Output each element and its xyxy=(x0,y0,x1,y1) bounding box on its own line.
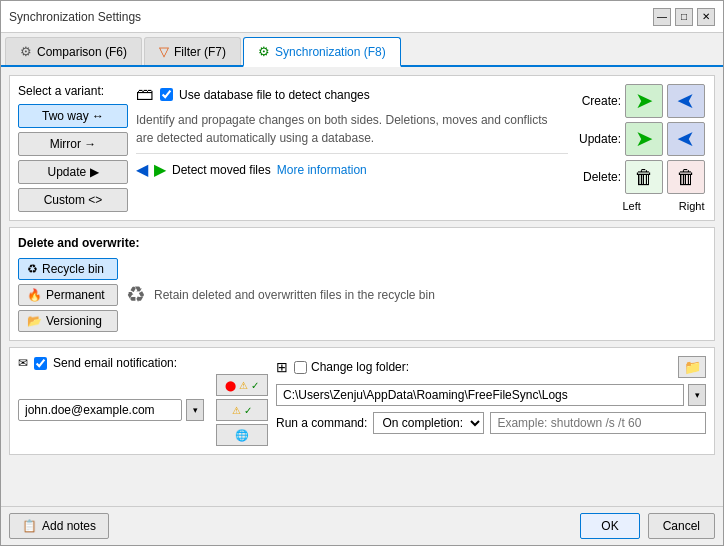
footer-buttons: OK Cancel xyxy=(580,513,715,539)
right-section: ⊞ Change log folder: 📁 ▾ Run a command: xyxy=(276,356,706,446)
versioning-label: Versioning xyxy=(46,314,102,328)
delete-right-trash-icon: 🗑 xyxy=(676,166,696,189)
folder-icon: 📁 xyxy=(684,359,701,375)
notes-icon: 📋 xyxy=(22,519,37,533)
log-checkbox-label: Change log folder: xyxy=(294,360,409,374)
globe-icon: 🌐 xyxy=(235,429,249,442)
detect-moved-label: Detect moved files xyxy=(172,163,271,177)
create-row: Create: ➤ ➤ xyxy=(576,84,706,118)
create-label: Create: xyxy=(576,94,621,108)
right-label: Right xyxy=(679,200,705,212)
create-right-arrow-icon: ➤ xyxy=(635,88,653,114)
minimize-button[interactable]: — xyxy=(653,8,671,26)
command-row: Run a command: On completion: xyxy=(276,412,706,434)
gear-icon: ⚙ xyxy=(20,44,32,59)
window-title: Synchronization Settings xyxy=(9,10,141,24)
log-grid-icon: ⊞ xyxy=(276,359,288,375)
log-row: ⊞ Change log folder: 📁 xyxy=(276,356,706,378)
recycle-bin-button[interactable]: ♻ Recycle bin xyxy=(18,258,118,280)
variant-panel: Select a variant: Two way ↔ Mirror → Upd… xyxy=(18,84,128,212)
close-button[interactable]: ✕ xyxy=(697,8,715,26)
email-header: ✉ Send email notification: xyxy=(18,356,268,370)
use-database-label: Use database file to detect changes xyxy=(179,88,370,102)
more-information-link[interactable]: More information xyxy=(277,163,367,177)
command-input[interactable] xyxy=(490,412,706,434)
check2-icon: ✓ xyxy=(244,405,252,416)
email-section: ✉ Send email notification: ▾ ⬤ ⚠ ✓ xyxy=(18,356,268,446)
variant-label: Select a variant: xyxy=(18,84,128,98)
email-input[interactable] xyxy=(18,399,182,421)
tab-filter[interactable]: ▽ Filter (F7) xyxy=(144,37,241,65)
email-error-warning-button[interactable]: ⬤ ⚠ ✓ xyxy=(216,374,268,396)
detect-moved-left-icon: ◀ xyxy=(136,160,148,179)
variant-update-button[interactable]: Update ▶ xyxy=(18,160,128,184)
send-email-checkbox[interactable] xyxy=(34,357,47,370)
delete-description: ♻ Retain deleted and overwritten files i… xyxy=(126,258,706,332)
variant-custom-button[interactable]: Custom <> xyxy=(18,188,128,212)
update-label: Update ▶ xyxy=(47,165,98,179)
detect-moved-right-icon: ▶ xyxy=(154,160,166,179)
delete-left-button[interactable]: 🗑 xyxy=(625,160,663,194)
email-action-buttons: ⬤ ⚠ ✓ ⚠ ✓ 🌐 xyxy=(216,374,268,446)
error-icon: ⬤ xyxy=(225,380,236,391)
send-email-label: Send email notification: xyxy=(53,356,177,370)
tab-comparison[interactable]: ⚙ Comparison (F6) xyxy=(5,37,142,65)
left-label: Left xyxy=(622,200,640,212)
db-file-icon: 🗃 xyxy=(136,84,154,105)
cancel-button[interactable]: Cancel xyxy=(648,513,715,539)
update-right-arrow-icon: ➤ xyxy=(635,126,653,152)
warning2-icon: ⚠ xyxy=(232,405,241,416)
tab-bar: ⚙ Comparison (F6) ▽ Filter (F7) ⚙ Synchr… xyxy=(1,33,723,67)
change-log-label: Change log folder: xyxy=(311,360,409,374)
email-dropdown-button[interactable]: ▾ xyxy=(186,399,204,421)
change-log-checkbox[interactable] xyxy=(294,361,307,374)
variant-two-way-button[interactable]: Two way ↔ xyxy=(18,104,128,128)
use-database-checkbox[interactable] xyxy=(160,88,173,101)
two-way-label: Two way ↔ xyxy=(42,109,104,123)
permanent-label: Permanent xyxy=(46,288,105,302)
recycle-icon: ♻ xyxy=(27,262,38,276)
tab-synchronization-label: Synchronization (F8) xyxy=(275,45,386,59)
update-label: Update: xyxy=(576,132,621,146)
direction-footer: Left Right xyxy=(577,200,704,212)
sync-icon: ⚙ xyxy=(258,44,270,59)
recycle-bin-large-icon: ♻ xyxy=(126,282,146,308)
delete-buttons: ♻ Recycle bin 🔥 Permanent 📂 Versioning xyxy=(18,258,118,332)
email-warning-button[interactable]: ⚠ ✓ xyxy=(216,399,268,421)
delete-label: Delete: xyxy=(576,170,621,184)
delete-right-button[interactable]: 🗑 xyxy=(667,160,705,194)
delete-top: ♻ Recycle bin 🔥 Permanent 📂 Versioning ♻… xyxy=(18,258,706,332)
add-notes-label: Add notes xyxy=(42,519,96,533)
sync-description: 🗃 Use database file to detect changes Id… xyxy=(136,84,568,212)
ok-button[interactable]: OK xyxy=(580,513,639,539)
maximize-button[interactable]: □ xyxy=(675,8,693,26)
email-globe-button[interactable]: 🌐 xyxy=(216,424,268,446)
title-bar: Synchronization Settings — □ ✕ xyxy=(1,1,723,33)
update-right-button[interactable]: ➤ xyxy=(667,122,705,156)
mirror-label: Mirror → xyxy=(50,137,97,151)
custom-label: Custom <> xyxy=(44,193,103,207)
tab-filter-label: Filter (F7) xyxy=(174,45,226,59)
command-select[interactable]: On completion: xyxy=(373,412,484,434)
sync-description-text: Identify and propagate changes on both s… xyxy=(136,111,568,147)
log-folder-button[interactable]: 📁 xyxy=(678,356,706,378)
delete-section: Delete and overwrite: ♻ Recycle bin 🔥 Pe… xyxy=(9,227,715,341)
permanent-button[interactable]: 🔥 Permanent xyxy=(18,284,118,306)
main-content: Select a variant: Two way ↔ Mirror → Upd… xyxy=(1,67,723,506)
update-left-button[interactable]: ➤ xyxy=(625,122,663,156)
log-path-dropdown[interactable]: ▾ xyxy=(688,384,706,406)
tab-comparison-label: Comparison (F6) xyxy=(37,45,127,59)
create-right-button[interactable]: ➤ xyxy=(667,84,705,118)
variant-mirror-button[interactable]: Mirror → xyxy=(18,132,128,156)
email-input-row: ▾ ⬤ ⚠ ✓ ⚠ ✓ 🌐 xyxy=(18,374,268,446)
tab-synchronization[interactable]: ⚙ Synchronization (F8) xyxy=(243,37,401,67)
log-path-input[interactable] xyxy=(276,384,684,406)
delete-desc-text: Retain deleted and overwritten files in … xyxy=(154,288,435,302)
add-notes-button[interactable]: 📋 Add notes xyxy=(9,513,109,539)
create-left-arrow-icon: ➤ xyxy=(677,88,695,114)
delete-section-label: Delete and overwrite: xyxy=(18,236,706,250)
versioning-button[interactable]: 📂 Versioning xyxy=(18,310,118,332)
filter-icon: ▽ xyxy=(159,44,169,59)
create-left-button[interactable]: ➤ xyxy=(625,84,663,118)
delete-left-trash-icon: 🗑 xyxy=(634,166,654,189)
